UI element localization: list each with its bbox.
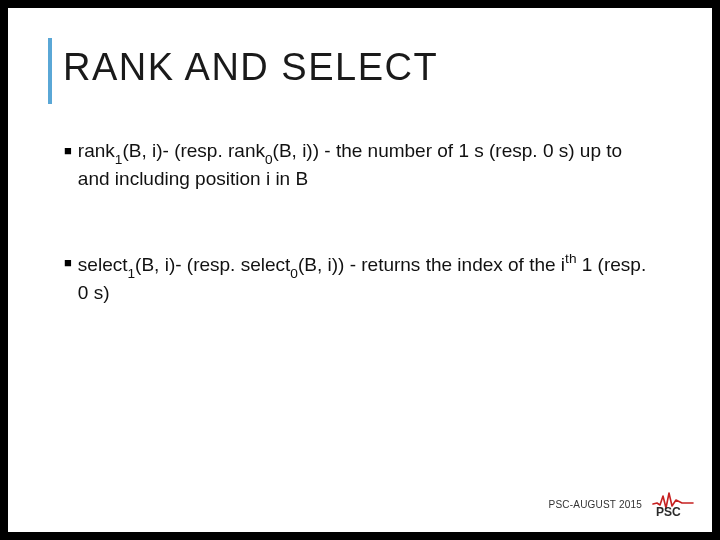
bullet-text: select1(B, i)- (resp. select0(B, i)) - r… (78, 251, 656, 306)
bullet-item: ■ rank1(B, i)- (resp. rank0(B, i)) - the… (64, 139, 656, 191)
slide: RANK AND SELECT ■ rank1(B, i)- (resp. ra… (8, 8, 712, 532)
psc-logo-icon: PSC (652, 490, 694, 518)
accent-bar (48, 38, 52, 104)
logo-text: PSC (656, 505, 681, 518)
bullet-marker-icon: ■ (64, 139, 72, 191)
bullet-marker-icon: ■ (64, 251, 72, 306)
title-region: RANK AND SELECT (8, 8, 712, 89)
footer: PSC-AUGUST 2015 PSC (549, 490, 694, 518)
bullet-item: ■ select1(B, i)- (resp. select0(B, i)) -… (64, 251, 656, 306)
content-area: ■ rank1(B, i)- (resp. rank0(B, i)) - the… (8, 89, 712, 306)
footer-text: PSC-AUGUST 2015 (549, 499, 642, 510)
slide-title: RANK AND SELECT (63, 46, 712, 89)
bullet-text: rank1(B, i)- (resp. rank0(B, i)) - the n… (78, 139, 656, 191)
